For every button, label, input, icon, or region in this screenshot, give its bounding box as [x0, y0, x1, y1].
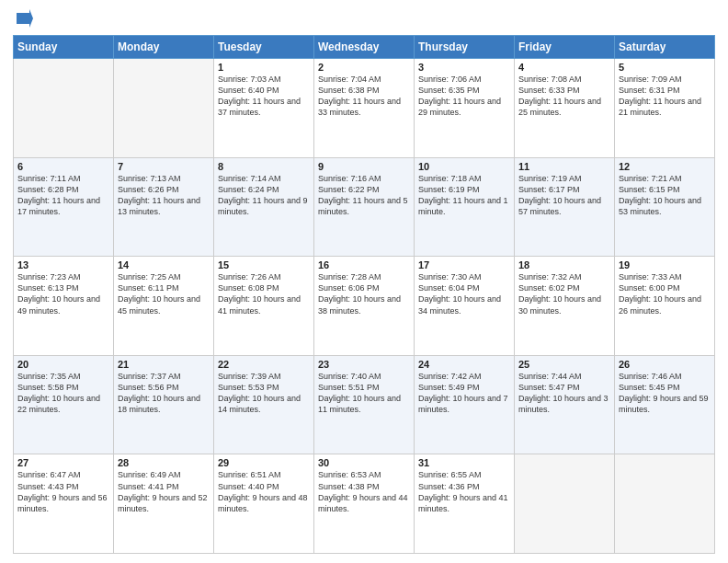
- day-number: 22: [218, 359, 310, 370]
- calendar-day-cell: 26Sunrise: 7:46 AM Sunset: 5:45 PM Dayli…: [615, 355, 715, 454]
- calendar-week-row: 20Sunrise: 7:35 AM Sunset: 5:58 PM Dayli…: [14, 355, 715, 454]
- day-detail: Sunrise: 7:44 AM Sunset: 5:47 PM Dayligh…: [518, 371, 610, 416]
- calendar-day-cell: 4Sunrise: 7:08 AM Sunset: 6:33 PM Daylig…: [515, 59, 615, 158]
- day-detail: Sunrise: 7:33 AM Sunset: 6:00 PM Dayligh…: [619, 271, 711, 316]
- calendar-day-header: Friday: [515, 36, 615, 59]
- day-detail: Sunrise: 7:09 AM Sunset: 6:31 PM Dayligh…: [619, 74, 711, 119]
- calendar-week-row: 13Sunrise: 7:23 AM Sunset: 6:13 PM Dayli…: [14, 257, 715, 356]
- calendar-day-cell: [615, 454, 715, 554]
- calendar-day-cell: 8Sunrise: 7:14 AM Sunset: 6:24 PM Daylig…: [214, 157, 314, 257]
- calendar-day-cell: 1Sunrise: 7:03 AM Sunset: 6:40 PM Daylig…: [214, 59, 314, 158]
- day-detail: Sunrise: 7:19 AM Sunset: 6:17 PM Dayligh…: [518, 173, 610, 218]
- day-number: 1: [218, 62, 310, 73]
- calendar-day-cell: 24Sunrise: 7:42 AM Sunset: 5:49 PM Dayli…: [415, 355, 515, 454]
- calendar-day-cell: 29Sunrise: 6:51 AM Sunset: 4:40 PM Dayli…: [214, 454, 314, 554]
- calendar-header-row: SundayMondayTuesdayWednesdayThursdayFrid…: [14, 36, 715, 59]
- day-number: 17: [418, 259, 510, 270]
- day-detail: Sunrise: 7:11 AM Sunset: 6:28 PM Dayligh…: [17, 173, 109, 218]
- calendar-day-header: Wednesday: [314, 36, 415, 59]
- calendar-week-row: 6Sunrise: 7:11 AM Sunset: 6:28 PM Daylig…: [14, 157, 715, 257]
- calendar-week-row: 27Sunrise: 6:47 AM Sunset: 4:43 PM Dayli…: [14, 454, 715, 554]
- day-number: 11: [518, 161, 610, 172]
- calendar-day-header: Saturday: [615, 36, 715, 59]
- calendar-day-cell: 7Sunrise: 7:13 AM Sunset: 6:26 PM Daylig…: [114, 157, 214, 257]
- calendar-day-cell: 20Sunrise: 7:35 AM Sunset: 5:58 PM Dayli…: [14, 355, 114, 454]
- day-number: 30: [318, 457, 410, 468]
- calendar-day-cell: 27Sunrise: 6:47 AM Sunset: 4:43 PM Dayli…: [14, 454, 114, 554]
- calendar-day-cell: 23Sunrise: 7:40 AM Sunset: 5:51 PM Dayli…: [314, 355, 415, 454]
- calendar-day-cell: 11Sunrise: 7:19 AM Sunset: 6:17 PM Dayli…: [515, 157, 615, 257]
- day-detail: Sunrise: 7:46 AM Sunset: 5:45 PM Dayligh…: [619, 371, 711, 416]
- day-detail: Sunrise: 7:39 AM Sunset: 5:53 PM Dayligh…: [218, 371, 310, 416]
- calendar-day-cell: 19Sunrise: 7:33 AM Sunset: 6:00 PM Dayli…: [615, 257, 715, 356]
- day-detail: Sunrise: 7:13 AM Sunset: 6:26 PM Dayligh…: [118, 173, 210, 218]
- day-number: 23: [318, 359, 410, 370]
- day-number: 10: [418, 161, 510, 172]
- calendar-day-cell: 13Sunrise: 7:23 AM Sunset: 6:13 PM Dayli…: [14, 257, 114, 356]
- calendar-day-cell: 16Sunrise: 7:28 AM Sunset: 6:06 PM Dayli…: [314, 257, 415, 356]
- calendar-day-cell: 21Sunrise: 7:37 AM Sunset: 5:56 PM Dayli…: [114, 355, 214, 454]
- calendar-day-cell: 6Sunrise: 7:11 AM Sunset: 6:28 PM Daylig…: [14, 157, 114, 257]
- day-detail: Sunrise: 7:28 AM Sunset: 6:06 PM Dayligh…: [318, 271, 410, 316]
- day-number: 29: [218, 457, 310, 468]
- day-number: 13: [17, 259, 109, 270]
- calendar-day-cell: 5Sunrise: 7:09 AM Sunset: 6:31 PM Daylig…: [615, 59, 715, 158]
- day-number: 12: [619, 161, 711, 172]
- calendar-day-cell: 2Sunrise: 7:04 AM Sunset: 6:38 PM Daylig…: [314, 59, 415, 158]
- day-detail: Sunrise: 7:37 AM Sunset: 5:56 PM Dayligh…: [118, 371, 210, 416]
- calendar-day-cell: 17Sunrise: 7:30 AM Sunset: 6:04 PM Dayli…: [415, 257, 515, 356]
- day-number: 19: [619, 259, 711, 270]
- day-number: 25: [518, 359, 610, 370]
- calendar-day-header: Sunday: [14, 36, 114, 59]
- calendar-day-cell: 25Sunrise: 7:44 AM Sunset: 5:47 PM Dayli…: [515, 355, 615, 454]
- calendar-day-header: Thursday: [415, 36, 515, 59]
- day-detail: Sunrise: 6:55 AM Sunset: 4:36 PM Dayligh…: [418, 469, 510, 514]
- logo: [13, 9, 33, 29]
- calendar-day-cell: [14, 59, 114, 158]
- day-number: 15: [218, 259, 310, 270]
- day-detail: Sunrise: 7:14 AM Sunset: 6:24 PM Dayligh…: [218, 173, 310, 218]
- day-number: 9: [318, 161, 410, 172]
- day-number: 20: [17, 359, 109, 370]
- day-detail: Sunrise: 6:47 AM Sunset: 4:43 PM Dayligh…: [17, 469, 109, 514]
- day-detail: Sunrise: 7:18 AM Sunset: 6:19 PM Dayligh…: [418, 173, 510, 218]
- day-number: 26: [619, 359, 711, 370]
- day-detail: Sunrise: 7:16 AM Sunset: 6:22 PM Dayligh…: [318, 173, 410, 218]
- day-number: 14: [118, 259, 210, 270]
- day-detail: Sunrise: 6:53 AM Sunset: 4:38 PM Dayligh…: [318, 469, 410, 514]
- calendar-day-cell: [515, 454, 615, 554]
- calendar-day-cell: 14Sunrise: 7:25 AM Sunset: 6:11 PM Dayli…: [114, 257, 214, 356]
- page: SundayMondayTuesdayWednesdayThursdayFrid…: [0, 0, 728, 563]
- day-number: 7: [118, 161, 210, 172]
- day-detail: Sunrise: 7:26 AM Sunset: 6:08 PM Dayligh…: [218, 271, 310, 316]
- calendar-day-cell: 15Sunrise: 7:26 AM Sunset: 6:08 PM Dayli…: [214, 257, 314, 356]
- calendar-day-cell: 10Sunrise: 7:18 AM Sunset: 6:19 PM Dayli…: [415, 157, 515, 257]
- day-number: 21: [118, 359, 210, 370]
- day-detail: Sunrise: 7:21 AM Sunset: 6:15 PM Dayligh…: [619, 173, 711, 218]
- day-detail: Sunrise: 7:42 AM Sunset: 5:49 PM Dayligh…: [418, 371, 510, 416]
- header: [13, 9, 715, 29]
- day-detail: Sunrise: 7:23 AM Sunset: 6:13 PM Dayligh…: [17, 271, 109, 316]
- calendar-day-cell: 28Sunrise: 6:49 AM Sunset: 4:41 PM Dayli…: [114, 454, 214, 554]
- day-number: 24: [418, 359, 510, 370]
- svg-marker-0: [17, 9, 33, 28]
- calendar-day-cell: [114, 59, 214, 158]
- day-number: 31: [418, 457, 510, 468]
- calendar-day-cell: 12Sunrise: 7:21 AM Sunset: 6:15 PM Dayli…: [615, 157, 715, 257]
- calendar-day-header: Monday: [114, 36, 214, 59]
- logo-icon: [17, 9, 33, 29]
- day-detail: Sunrise: 7:08 AM Sunset: 6:33 PM Dayligh…: [518, 74, 610, 119]
- day-number: 18: [518, 259, 610, 270]
- day-detail: Sunrise: 7:35 AM Sunset: 5:58 PM Dayligh…: [17, 371, 109, 416]
- calendar-day-cell: 9Sunrise: 7:16 AM Sunset: 6:22 PM Daylig…: [314, 157, 415, 257]
- day-detail: Sunrise: 7:30 AM Sunset: 6:04 PM Dayligh…: [418, 271, 510, 316]
- day-number: 8: [218, 161, 310, 172]
- calendar-day-cell: 3Sunrise: 7:06 AM Sunset: 6:35 PM Daylig…: [415, 59, 515, 158]
- calendar-week-row: 1Sunrise: 7:03 AM Sunset: 6:40 PM Daylig…: [14, 59, 715, 158]
- day-detail: Sunrise: 7:40 AM Sunset: 5:51 PM Dayligh…: [318, 371, 410, 416]
- day-detail: Sunrise: 7:03 AM Sunset: 6:40 PM Dayligh…: [218, 74, 310, 119]
- day-detail: Sunrise: 7:32 AM Sunset: 6:02 PM Dayligh…: [518, 271, 610, 316]
- day-detail: Sunrise: 7:25 AM Sunset: 6:11 PM Dayligh…: [118, 271, 210, 316]
- calendar-day-cell: 30Sunrise: 6:53 AM Sunset: 4:38 PM Dayli…: [314, 454, 415, 554]
- calendar-day-cell: 31Sunrise: 6:55 AM Sunset: 4:36 PM Dayli…: [415, 454, 515, 554]
